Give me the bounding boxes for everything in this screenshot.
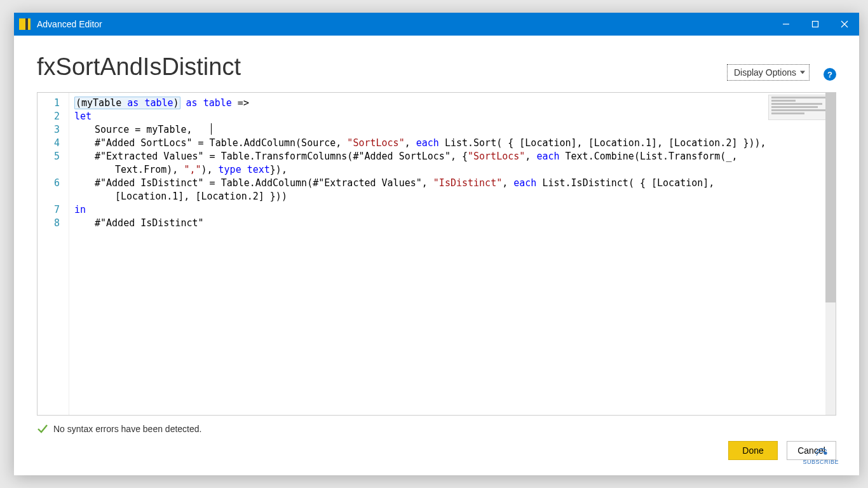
scrollbar-thumb[interactable]: [825, 93, 836, 302]
code-line: (myTable as table) as table =>: [74, 97, 831, 110]
code-line-wrap: Text.From), ","), type text}),: [74, 163, 831, 177]
line-number: 6: [37, 177, 69, 190]
window-controls: [771, 13, 859, 36]
line-number: 4: [37, 137, 69, 150]
dialog-content: fxSortAndIsDistinct Display Options ? 1 …: [14, 36, 859, 475]
code-line: #"Added IsDistinct": [74, 217, 831, 230]
line-number: 1: [37, 97, 69, 110]
cancel-button[interactable]: Cancel: [787, 441, 836, 460]
line-number: 3: [37, 123, 69, 137]
line-number: 5: [37, 150, 69, 163]
vertical-scrollbar[interactable]: [825, 93, 836, 415]
minimize-icon: [782, 20, 790, 28]
text-caret: [211, 123, 212, 135]
status-message: No syntax errors have been detected.: [53, 424, 201, 434]
line-number: 7: [37, 203, 69, 217]
done-button[interactable]: Done: [728, 441, 778, 460]
line-number-wrap: [37, 190, 69, 203]
svg-rect-1: [813, 22, 818, 27]
close-button[interactable]: [830, 13, 859, 36]
titlebar: Advanced Editor: [14, 13, 859, 36]
code-editor[interactable]: 1 2 3 4 5 6 7 8 (myTable as table) as ta…: [37, 92, 836, 416]
line-number-wrap: [37, 163, 69, 177]
code-line: #"Added SortLocs" = Table.AddColumn(Sour…: [74, 137, 831, 150]
maximize-icon: [811, 20, 819, 28]
check-icon: [37, 423, 48, 435]
close-icon: [841, 20, 848, 28]
app-icon: [19, 18, 31, 30]
advanced-editor-dialog: Advanced Editor fxSortAndIsDistinct Disp…: [14, 13, 859, 475]
display-options-label: Display Options: [734, 67, 796, 78]
button-row: Done Cancel: [37, 441, 836, 464]
line-number-gutter: 1 2 3 4 5 6 7 8: [37, 93, 69, 415]
minimap[interactable]: [768, 95, 829, 120]
code-line-wrap: [Location.1], [Location.2] })): [74, 190, 831, 203]
code-line: #"Added IsDistinct" = Table.AddColumn(#"…: [74, 177, 831, 190]
code-area[interactable]: (myTable as table) as table => let Sourc…: [69, 93, 836, 415]
code-line: in: [74, 203, 831, 217]
window-title: Advanced Editor: [37, 19, 102, 29]
query-name-heading: fxSortAndIsDistinct: [37, 53, 727, 81]
maximize-button[interactable]: [801, 13, 830, 36]
status-row: No syntax errors have been detected.: [37, 416, 836, 441]
code-line: #"Extracted Values" = Table.TransformCol…: [74, 150, 831, 163]
header-row: fxSortAndIsDistinct Display Options ?: [37, 53, 836, 81]
code-line: let: [74, 110, 831, 123]
display-options-dropdown[interactable]: Display Options: [727, 64, 810, 81]
help-button[interactable]: ?: [824, 68, 836, 81]
line-number: 2: [37, 110, 69, 123]
code-line: Source = myTable,: [74, 123, 831, 137]
line-number: 8: [37, 217, 69, 230]
minimize-button[interactable]: [771, 13, 801, 36]
